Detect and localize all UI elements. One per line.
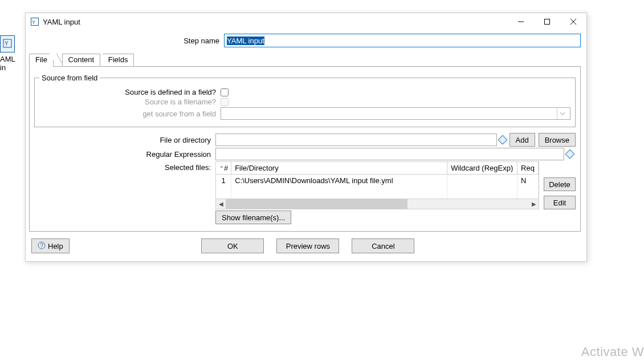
get-source-field-combo: [221, 107, 570, 120]
source-defined-label: Source is defined in a field?: [39, 88, 221, 96]
close-button[interactable]: [560, 13, 586, 30]
table-row[interactable]: 1 C:\Users\ADMIN\Downloads\YAML input fi…: [216, 175, 539, 187]
cell-num: 1: [216, 175, 231, 187]
selected-files-table[interactable]: ⌃# File/Directory Wildcard (RegExp) Req …: [215, 161, 539, 209]
source-defined-checkbox[interactable]: [221, 88, 229, 96]
col-header-file[interactable]: File/Directory: [231, 162, 447, 175]
regex-label: Regular Expression: [34, 150, 215, 159]
step-name-row: Step name: [26, 30, 586, 48]
edit-button[interactable]: Edit: [544, 196, 576, 209]
variable-indicator-icon[interactable]: [565, 149, 575, 159]
node-icon-box: Y: [0, 35, 15, 52]
svg-rect-5: [545, 19, 550, 25]
source-group-legend: Source from field: [39, 74, 100, 82]
preview-rows-button[interactable]: Preview rows: [276, 238, 339, 253]
tab-strip: File Content Fields: [29, 53, 581, 67]
window-title: YAML input: [43, 18, 80, 26]
browse-button[interactable]: Browse: [539, 133, 576, 147]
source-from-field-group: Source from field Source is defined in a…: [34, 74, 576, 127]
svg-text:Y: Y: [5, 41, 9, 47]
windows-activation-watermark: Activate W: [581, 345, 644, 359]
help-button[interactable]: ? Help: [31, 238, 70, 253]
step-name-label: Step name: [31, 37, 224, 45]
col-header-wildcard[interactable]: Wildcard (RegExp): [447, 162, 517, 175]
get-source-field-label: get source from a field: [39, 110, 221, 118]
file-or-directory-input[interactable]: [215, 134, 497, 146]
cell-wildcard[interactable]: [447, 175, 517, 187]
variable-indicator-icon[interactable]: [498, 135, 507, 145]
scroll-right-icon[interactable]: ▶: [529, 199, 539, 209]
source-is-filename-label: Source is a filename?: [39, 98, 221, 106]
table-h-scrollbar[interactable]: ◀ ▶: [216, 199, 539, 209]
col-header-num[interactable]: ⌃#: [216, 162, 231, 175]
canvas-node-yaml-input: Y AML in: [0, 35, 15, 52]
show-filenames-button[interactable]: Show filename(s)...: [215, 211, 291, 224]
source-is-filename-checkbox: [221, 98, 229, 106]
cell-req[interactable]: N: [517, 175, 539, 187]
delete-button[interactable]: Delete: [544, 177, 576, 191]
scroll-left-icon[interactable]: ◀: [216, 199, 226, 209]
minimize-button[interactable]: [508, 13, 534, 30]
scroll-thumb[interactable]: [226, 199, 407, 209]
dialog-footer: ? Help OK Preview rows Cancel: [26, 232, 586, 261]
node-label: AML in: [0, 55, 15, 72]
file-or-directory-label: File or directory: [34, 136, 215, 144]
svg-text:Y: Y: [32, 19, 35, 25]
cancel-button[interactable]: Cancel: [352, 238, 414, 253]
svg-text:?: ?: [40, 242, 44, 249]
tab-fields[interactable]: Fields: [103, 54, 134, 67]
table-row[interactable]: [216, 187, 539, 199]
tab-body-file: Source from field Source is defined in a…: [29, 67, 581, 232]
add-button[interactable]: Add: [510, 133, 535, 147]
chevron-down-icon: [557, 108, 568, 119]
col-header-req[interactable]: Req: [517, 162, 539, 175]
step-name-input[interactable]: [224, 34, 581, 47]
ok-button[interactable]: OK: [201, 238, 264, 253]
regex-input[interactable]: [215, 148, 564, 160]
tab-content[interactable]: Content: [62, 54, 101, 67]
selected-files-label: Selected files:: [34, 161, 215, 172]
yaml-dialog-icon: Y: [30, 17, 39, 26]
yaml-node-icon: Y: [3, 39, 12, 50]
tab-file[interactable]: File: [29, 54, 54, 67]
yaml-input-dialog: Y YAML input Step name File Content Fiel…: [25, 13, 587, 262]
maximize-button[interactable]: [534, 13, 560, 30]
cell-file[interactable]: C:\Users\ADMIN\Downloads\YAML input file…: [231, 175, 447, 187]
titlebar[interactable]: Y YAML input: [26, 13, 586, 30]
help-icon: ?: [38, 241, 46, 251]
